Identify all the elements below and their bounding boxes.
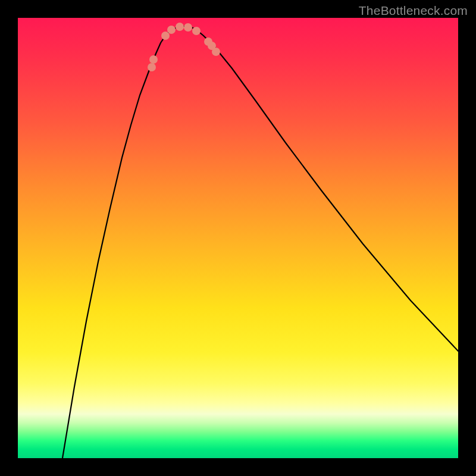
- data-point-marker: [161, 32, 170, 40]
- data-point-marker: [176, 23, 184, 31]
- chart-svg: [18, 18, 458, 458]
- data-point-marker: [149, 55, 158, 64]
- data-point-marker: [184, 23, 192, 32]
- data-point-marker: [212, 48, 220, 56]
- data-point-marker: [192, 27, 201, 35]
- data-point-marker: [148, 63, 156, 71]
- chart-frame: TheBottleneck.com: [0, 0, 476, 476]
- bottleneck-curve: [62, 26, 458, 458]
- data-point-marker: [167, 26, 176, 34]
- plot-area: [18, 18, 458, 458]
- watermark-text: TheBottleneck.com: [359, 4, 468, 18]
